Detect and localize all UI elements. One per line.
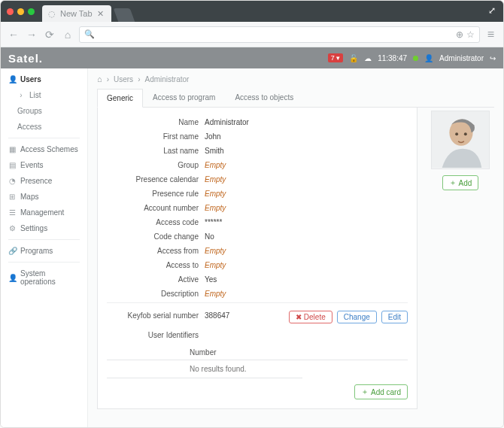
maximize-window-icon[interactable] (28, 8, 35, 15)
sidebar-label: Maps (20, 193, 38, 201)
delete-button[interactable]: ✖ Delete (289, 311, 332, 323)
calendar-icon: ▦ (8, 145, 16, 153)
value[interactable]: John (205, 132, 221, 141)
sidebar-item-system-operations[interactable]: 👤 System operations (1, 266, 87, 290)
sidebar-label: Presence (20, 177, 52, 185)
sidebar-label: Settings (20, 224, 47, 232)
map-icon: ⊞ (8, 193, 16, 201)
browser-window: ◌ New Tab ✕ ⤢ ← → ⟳ ⌂ 🔍 ⊕ ☆ ≡ Satel. 7 ▾… (0, 0, 504, 428)
fullscreen-icon[interactable]: ⤢ (488, 5, 496, 16)
value[interactable]: Empty (205, 204, 226, 212)
notif-badge[interactable]: 7 ▾ (328, 53, 344, 62)
home-icon[interactable]: ⌂ (97, 74, 102, 83)
home-icon[interactable]: ⌂ (61, 29, 74, 41)
sidebar-item-groups[interactable]: Groups (1, 103, 87, 119)
row-account-number: Account number Empty (107, 201, 408, 215)
chevron-right-icon: › (107, 75, 109, 83)
main-panel: ⌂ › Users › Administrator Generic Access… (88, 68, 503, 427)
forward-icon[interactable]: → (25, 29, 38, 41)
new-tab-button[interactable] (113, 8, 135, 22)
tab-access-objects[interactable]: Access to objects (225, 88, 303, 107)
minimize-window-icon[interactable] (17, 8, 24, 15)
search-icon: 🔍 (84, 29, 95, 39)
sidebar-item-settings[interactable]: ⚙ Settings (1, 220, 87, 236)
address-bar[interactable]: 🔍 ⊕ ☆ (79, 26, 480, 43)
sidebar-item-management[interactable]: ☰ Management (1, 205, 87, 220)
btn-label: Change (344, 313, 370, 321)
tab-access-program[interactable]: Access to program (143, 88, 225, 107)
label: User Identifiers (107, 331, 205, 339)
row-description: Description Empty (107, 287, 408, 301)
value[interactable]: Empty (205, 247, 226, 255)
label: Last name (107, 147, 205, 155)
edit-button[interactable]: Edit (381, 311, 408, 323)
logout-icon[interactable]: ↪ (490, 54, 496, 62)
back-icon[interactable]: ← (7, 29, 20, 41)
chevron-right-icon: › (138, 75, 140, 83)
unlock-icon[interactable]: 🔓 (349, 54, 358, 62)
sidebar-item-events[interactable]: ▤ Events (1, 157, 87, 173)
value[interactable]: Yes (205, 275, 217, 284)
zoom-icon[interactable]: ⊕ (456, 29, 463, 40)
sidebar-item-users[interactable]: 👤 Users (1, 71, 87, 87)
sidebar-item-presence[interactable]: ◔ Presence (1, 173, 87, 189)
header-right: 7 ▾ 🔓 ☁ 11:38:47 👤 Administrator ↪ (328, 53, 496, 62)
divider (107, 302, 408, 303)
keyfob-actions: ✖ Delete Change Edit (289, 311, 408, 323)
browser-tab[interactable]: ◌ New Tab ✕ (42, 5, 111, 22)
label: Access from (107, 247, 205, 255)
svg-point-2 (455, 132, 458, 135)
value[interactable]: Empty (205, 175, 226, 184)
sidebar-item-list[interactable]: › List (1, 87, 87, 103)
value[interactable]: No (205, 232, 214, 241)
status-dot-icon (413, 56, 418, 61)
btn-label: Edit (388, 313, 401, 321)
divider (8, 138, 80, 138)
avatar[interactable] (431, 111, 490, 169)
divider (8, 262, 80, 263)
cloud-icon[interactable]: ☁ (364, 54, 372, 62)
trash-icon: ✖ (296, 313, 302, 321)
sidebar-label: Programs (20, 247, 53, 255)
value[interactable]: 388647 (205, 311, 229, 320)
row-access-to: Access to Empty (107, 258, 408, 272)
change-button[interactable]: Change (337, 311, 377, 323)
sidebar-item-programs[interactable]: 🔗 Programs (1, 243, 87, 259)
value[interactable]: Smith (205, 147, 224, 155)
sidebar-item-access[interactable]: Access (1, 119, 87, 135)
close-tab-icon[interactable]: ✕ (97, 9, 104, 19)
person-photo-icon (432, 111, 489, 168)
add-card-button[interactable]: ＋ Add card (354, 384, 408, 399)
add-photo-button[interactable]: ＋ Add (442, 175, 479, 190)
row-lastname: Last name Smith (107, 144, 408, 158)
row-keyfob: Keyfob serial number 388647 (107, 308, 289, 323)
address-input[interactable] (99, 30, 451, 39)
value[interactable]: Empty (205, 261, 226, 269)
divider (8, 239, 80, 240)
value[interactable]: Empty (205, 190, 226, 198)
sidebar-label: Access Schemes (20, 145, 78, 153)
close-window-icon[interactable] (7, 8, 14, 15)
avatar-column: ＋ Add (427, 111, 494, 190)
label: Presence calendar (107, 175, 205, 184)
row-presence-rule: Presence rule Empty (107, 187, 408, 201)
sidebar-label: Users (20, 75, 41, 83)
row-name: Name Administrator (107, 115, 408, 129)
value[interactable]: Administrator (205, 118, 249, 126)
value[interactable]: Empty (205, 161, 226, 169)
value[interactable]: ****** (205, 218, 222, 226)
bookmark-icon[interactable]: ☆ (466, 29, 475, 40)
svg-point-3 (464, 132, 467, 135)
reload-icon[interactable]: ⟳ (43, 29, 56, 41)
row-active: Active Yes (107, 272, 408, 287)
label: Active (107, 275, 205, 284)
row-user-identifiers: User Identifiers (107, 328, 408, 342)
crumb-users[interactable]: Users (114, 75, 133, 83)
header-user[interactable]: Administrator (439, 54, 484, 62)
row-code-change: Code change No (107, 229, 408, 244)
menu-icon[interactable]: ≡ (484, 28, 497, 41)
tab-generic[interactable]: Generic (97, 89, 143, 108)
sidebar-item-access-schemes[interactable]: ▦ Access Schemes (1, 141, 87, 157)
value[interactable]: Empty (205, 290, 226, 298)
sidebar-item-maps[interactable]: ⊞ Maps (1, 189, 87, 205)
